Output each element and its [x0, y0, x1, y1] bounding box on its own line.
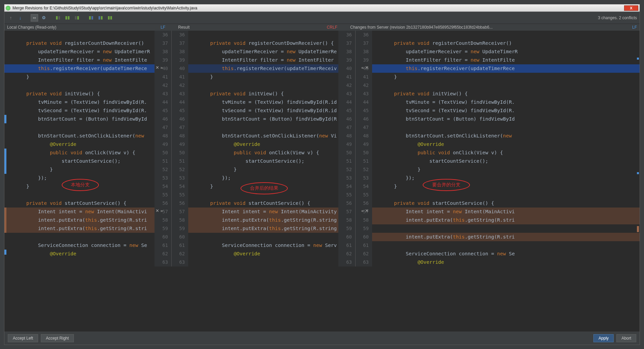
- mid-right-gutter: 3637383940414243444546474849505152535455…: [338, 31, 355, 266]
- line-number: 54: [338, 182, 352, 191]
- line-number: 52: [155, 165, 168, 174]
- line-number: 36: [172, 31, 185, 39]
- merge-reject-accept-right[interactable]: « ✕: [361, 208, 369, 213]
- line-number: 43: [172, 90, 185, 98]
- prev-diff-button[interactable]: [7, 14, 15, 22]
- compare-mid-right-button[interactable]: [97, 14, 104, 22]
- line-number: 52: [172, 165, 185, 174]
- code-line: private void initView() {: [188, 90, 338, 98]
- right-pane-title: Changes from Server (revision 2b1327180b…: [350, 25, 493, 30]
- line-number: 61: [172, 241, 185, 250]
- code-line: this.registerReceiver(updateTimerReceiv: [188, 64, 338, 73]
- svg-rect-11: [110, 16, 112, 20]
- apply-nonconflict-both-button[interactable]: [64, 14, 71, 22]
- window-close-button[interactable]: X: [624, 5, 638, 11]
- line-number: 40: [338, 64, 352, 73]
- accept-left-button[interactable]: Accept Left: [8, 334, 38, 342]
- annotation-oval-right: 要合并的分支: [423, 179, 470, 191]
- svg-rect-2: [65, 16, 67, 20]
- code-line: tvSecond = (TextView) findViewById(R.id: [188, 106, 338, 115]
- line-number: 37: [155, 39, 168, 47]
- compare-left-mid-button[interactable]: [87, 14, 95, 22]
- apply-nonconflict-left-button[interactable]: [54, 14, 62, 22]
- settings-button[interactable]: [40, 14, 48, 22]
- line-number: 55: [155, 191, 168, 199]
- code-line: startCountService();: [188, 157, 338, 165]
- code-line: Intent intent = new Intent(MainActivity: [188, 208, 338, 216]
- annotation-oval-left: 本地分支: [62, 179, 99, 191]
- code-line: ServiceConnection connection = new Serv: [188, 241, 338, 250]
- compare-left-right-button[interactable]: [106, 14, 114, 22]
- line-number: 52: [338, 165, 352, 174]
- line-number: 49: [155, 140, 168, 149]
- line-number: 54: [172, 182, 185, 191]
- right-pane[interactable]: private void registerCountDownReceiver()…: [372, 31, 640, 331]
- line-number: 57: [172, 208, 185, 216]
- code-line: btnStartCount = (Button) findViewById: [4, 115, 155, 123]
- line-number: 58: [172, 216, 185, 224]
- code-line: [188, 233, 338, 241]
- line-number: 58: [356, 216, 369, 224]
- line-number: 62: [172, 250, 185, 258]
- svg-rect-3: [68, 16, 69, 20]
- line-number: 60: [155, 233, 168, 241]
- svg-rect-7: [91, 16, 93, 20]
- line-number: 46: [155, 115, 168, 123]
- line-number: 39: [356, 56, 369, 64]
- line-number: 58: [338, 216, 352, 224]
- mid-pane-title: Result: [178, 25, 190, 30]
- line-number: 61: [155, 241, 168, 250]
- collapse-unchanged-button[interactable]: [31, 14, 38, 22]
- merge-reject-accept-left[interactable]: ✕ »: [156, 65, 163, 70]
- code-line: }: [372, 182, 640, 191]
- next-diff-button[interactable]: [17, 14, 24, 22]
- line-number: 51: [172, 157, 185, 165]
- code-line: private void registerCountDownReceiver(): [4, 39, 155, 47]
- code-line: [372, 123, 640, 132]
- line-number: 55: [338, 191, 352, 199]
- apply-nonconflict-right-button[interactable]: [73, 14, 81, 22]
- line-number: 36: [338, 31, 352, 39]
- abort-button[interactable]: Abort: [616, 334, 636, 342]
- apply-button[interactable]: Apply: [593, 334, 614, 342]
- code-line: ServiceConnection connection = new Se: [372, 250, 640, 258]
- line-number: 51: [155, 157, 168, 165]
- accept-right-button[interactable]: Accept Right: [41, 334, 74, 342]
- code-line: [188, 31, 338, 39]
- code-line: }: [188, 165, 338, 174]
- left-line-ending[interactable]: LF: [161, 25, 165, 30]
- code-line: }: [4, 165, 155, 174]
- code-line: private void startCountService() {: [4, 199, 155, 208]
- svg-rect-10: [108, 16, 110, 20]
- code-line: }: [372, 73, 640, 81]
- code-line: tvSecond = (TextView) findViewById(R.: [4, 106, 155, 115]
- line-number: 45: [155, 106, 168, 115]
- line-number: 40: [172, 64, 185, 73]
- code-line: private void registerCountDownReceiver()…: [188, 39, 338, 47]
- result-pane[interactable]: private void registerCountDownReceiver()…: [188, 31, 338, 331]
- line-number: 37: [338, 39, 352, 47]
- line-number: 60: [172, 233, 185, 241]
- line-number: 49: [338, 140, 352, 149]
- code-line: IntentFilter filter = new IntentFilte: [4, 56, 155, 64]
- line-number: 54: [356, 182, 369, 191]
- line-number: 38: [338, 47, 352, 56]
- code-line: Intent intent = new Intent(MainActivi: [4, 208, 155, 216]
- line-number: 63: [338, 258, 352, 266]
- right-line-ending[interactable]: LF: [632, 25, 637, 30]
- window-title: Merge Revisions for E:\Github\iStudy\ISt…: [12, 6, 197, 10]
- line-number: 63: [155, 258, 168, 266]
- code-line: @Override: [188, 250, 338, 258]
- merge-reject-accept-right[interactable]: « ✕: [361, 65, 369, 70]
- line-number: 47: [172, 123, 185, 132]
- code-line: [4, 81, 155, 90]
- line-number: 39: [172, 56, 185, 64]
- line-number: 54: [155, 182, 168, 191]
- merge-window: Merge Revisions for E:\Github\iStudy\ISt…: [4, 4, 640, 345]
- code-line: [188, 123, 338, 132]
- mid-line-ending[interactable]: CRLF: [327, 25, 337, 30]
- code-line: ServiceConnection connection = new Se: [4, 241, 155, 250]
- code-line: }: [4, 73, 155, 81]
- merge-reject-accept-left[interactable]: ✕ »: [156, 208, 163, 213]
- code-line: private void registerCountDownReceiver(): [372, 39, 640, 47]
